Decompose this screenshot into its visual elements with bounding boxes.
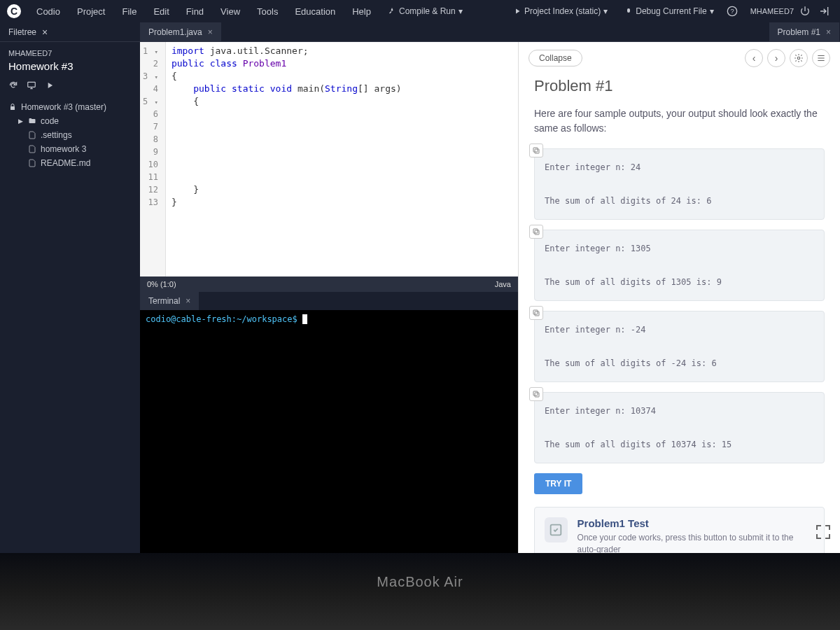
list-button[interactable] — [812, 49, 830, 67]
terminal-tabs: Terminal × — [140, 292, 518, 310]
power-icon[interactable] — [797, 3, 813, 20]
menu-file[interactable]: File — [115, 4, 144, 20]
menubar: C Codio Project File Edit Find View Tool… — [0, 0, 840, 22]
test-card[interactable]: Problem1 Test Once your code works, pres… — [534, 507, 825, 553]
codio-logo[interactable]: C — [7, 4, 21, 18]
exit-icon[interactable] — [816, 3, 833, 20]
svg-rect-7 — [535, 230, 539, 234]
test-description: Once your code works, press this button … — [578, 532, 814, 553]
terminal-prompt: codio@cable-fresh:~/workspace$ — [146, 314, 302, 324]
guide-tab[interactable]: Problem #1 × — [769, 22, 840, 41]
menu-help[interactable]: Help — [345, 4, 378, 20]
tree-file-settings[interactable]: .settings — [0, 128, 140, 142]
laptop-bezel: MacBook Air — [0, 553, 840, 630]
filetree-header: Filetree × — [0, 22, 140, 41]
guide-intro: Here are four sample outputs, your outpu… — [534, 106, 825, 136]
play-icon[interactable] — [45, 80, 55, 90]
filetree-sidebar: MHAMEED7 Homework #3 Homework #3 (master… — [0, 42, 140, 553]
file-icon — [28, 159, 36, 167]
guide-pane: Collapse ‹ › Problem #1 Here are four sa… — [518, 42, 840, 553]
project-title: Homework #3 — [0, 60, 140, 80]
test-icon — [545, 517, 568, 542]
copy-icon[interactable] — [529, 387, 543, 401]
svg-rect-6 — [533, 148, 538, 152]
editor-pane: 1 ▾23 ▾45 ▾678910111213 import java.util… — [140, 42, 518, 553]
chevron-down-icon: ▾ — [710, 6, 714, 16]
code-editor[interactable]: 1 ▾23 ▾45 ▾678910111213 import java.util… — [140, 42, 518, 276]
language-mode[interactable]: Java — [495, 280, 511, 288]
tree-file-homework3[interactable]: homework 3 — [0, 142, 140, 156]
chevron-down-icon: ▾ — [458, 6, 463, 16]
menu-codio[interactable]: Codio — [29, 4, 67, 20]
terminal-tab[interactable]: Terminal × — [140, 292, 200, 310]
next-page-button[interactable]: › — [767, 49, 785, 67]
editor-status-bar: 0% (1:0) Java — [140, 276, 518, 292]
chevron-down-icon: ▾ — [603, 6, 608, 16]
tree-file-readme[interactable]: README.md — [0, 156, 140, 170]
settings-button[interactable] — [790, 49, 808, 67]
rocket-icon — [388, 7, 396, 15]
refresh-icon[interactable] — [8, 80, 18, 90]
debug-current-button[interactable]: Debug Current File ▾ — [617, 4, 720, 19]
tabs-row: Filetree × Problem1.java × Problem #1 × — [0, 22, 840, 42]
copy-icon[interactable] — [529, 225, 543, 239]
svg-rect-9 — [535, 312, 539, 316]
guide-heading: Problem #1 — [534, 77, 825, 95]
close-icon[interactable]: × — [208, 27, 213, 37]
try-it-button[interactable]: TRY IT — [534, 473, 582, 494]
editor-tab[interactable]: Problem1.java × — [140, 22, 222, 41]
sidebar-username: MHAMEED7 — [0, 49, 140, 60]
sample-output-3: Enter integer n: -24 The sum of all digi… — [534, 311, 825, 382]
file-icon — [28, 131, 36, 139]
list-icon — [816, 53, 826, 63]
username-label: MHAMEED7 — [750, 7, 794, 15]
copy-icon[interactable] — [529, 306, 543, 320]
project-index-button[interactable]: Project Index (static) ▾ — [506, 4, 615, 19]
code-content[interactable]: import java.util.Scanner;public class Pr… — [166, 42, 407, 276]
svg-rect-8 — [533, 229, 538, 233]
svg-rect-5 — [535, 149, 539, 153]
menu-project[interactable]: Project — [70, 4, 112, 20]
svg-rect-3 — [10, 106, 15, 110]
bug-icon — [624, 7, 633, 15]
collapse-button[interactable]: Collapse — [528, 50, 582, 66]
lock-icon — [8, 103, 17, 111]
svg-rect-10 — [533, 310, 538, 314]
tree-folder-code[interactable]: ▶ code — [0, 114, 140, 128]
svg-rect-11 — [535, 393, 539, 397]
menu-view[interactable]: View — [214, 4, 247, 20]
tree-root[interactable]: Homework #3 (master) — [0, 100, 140, 114]
test-title: Problem1 Test — [578, 517, 814, 529]
sample-output-4: Enter integer n: 10374 The sum of all di… — [534, 392, 825, 463]
copy-icon[interactable] — [529, 144, 543, 158]
sample-output-2: Enter integer n: 1305 The sum of all dig… — [534, 230, 825, 301]
svg-point-4 — [797, 57, 800, 59]
terminal-cursor — [302, 314, 307, 324]
compile-run-button[interactable]: Compile & Run ▾ — [381, 4, 470, 19]
gear-icon — [794, 53, 804, 63]
line-gutter: 1 ▾23 ▾45 ▾678910111213 — [140, 42, 166, 276]
close-icon[interactable]: × — [826, 27, 831, 37]
svg-rect-12 — [533, 391, 538, 396]
monitor-icon[interactable] — [27, 80, 36, 90]
menu-tools[interactable]: Tools — [250, 4, 285, 20]
prev-page-button[interactable]: ‹ — [745, 49, 763, 67]
menu-find[interactable]: Find — [179, 4, 211, 20]
menu-education[interactable]: Education — [288, 4, 342, 20]
cursor-position: 0% (1:0) — [147, 280, 176, 288]
sample-output-1: Enter integer n: 24 The sum of all digit… — [534, 148, 825, 220]
folder-icon — [28, 117, 36, 125]
fullscreen-icon[interactable] — [816, 525, 830, 539]
svg-text:?: ? — [730, 8, 734, 15]
svg-rect-2 — [28, 82, 36, 87]
menu-edit[interactable]: Edit — [146, 4, 176, 20]
help-icon[interactable]: ? — [724, 3, 741, 20]
play-icon — [513, 7, 522, 15]
terminal[interactable]: codio@cable-fresh:~/workspace$ — [140, 310, 518, 553]
file-icon — [28, 145, 36, 153]
close-icon[interactable]: × — [42, 27, 48, 38]
chevron-right-icon: ▶ — [18, 118, 24, 125]
close-icon[interactable]: × — [186, 296, 190, 306]
